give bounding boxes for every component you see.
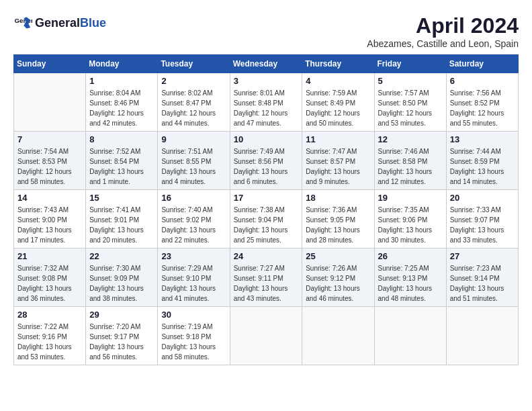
day-number: 13 bbox=[450, 134, 515, 144]
day-info: Sunrise: 7:46 AMSunset: 8:58 PMDaylight:… bbox=[378, 146, 443, 187]
week-row-3: 14Sunrise: 7:43 AMSunset: 9:00 PMDayligh… bbox=[14, 190, 519, 248]
day-number: 18 bbox=[306, 193, 370, 203]
day-info: Sunrise: 7:40 AMSunset: 9:02 PMDaylight:… bbox=[161, 205, 226, 245]
day-number: 19 bbox=[378, 193, 443, 203]
column-header-saturday: Saturday bbox=[446, 55, 518, 73]
day-info: Sunrise: 7:56 AMSunset: 8:52 PMDaylight:… bbox=[450, 88, 515, 128]
calendar-cell: 8Sunrise: 7:52 AMSunset: 8:54 PMDaylight… bbox=[86, 132, 158, 190]
week-row-1: 1Sunrise: 8:04 AMSunset: 8:46 PMDaylight… bbox=[14, 73, 519, 132]
day-info: Sunrise: 7:51 AMSunset: 8:55 PMDaylight:… bbox=[161, 146, 226, 187]
day-info: Sunrise: 7:30 AMSunset: 9:09 PMDaylight:… bbox=[89, 263, 154, 304]
calendar-cell: 15Sunrise: 7:41 AMSunset: 9:01 PMDayligh… bbox=[86, 190, 158, 248]
calendar-cell: 3Sunrise: 8:01 AMSunset: 8:48 PMDaylight… bbox=[230, 73, 302, 132]
calendar-cell: 18Sunrise: 7:36 AMSunset: 9:05 PMDayligh… bbox=[302, 190, 374, 248]
day-info: Sunrise: 7:23 AMSunset: 9:14 PMDaylight:… bbox=[450, 263, 515, 304]
location-subtitle: Abezames, Castille and Leon, Spain bbox=[367, 38, 519, 49]
calendar-table: SundayMondayTuesdayWednesdayThursdayFrid… bbox=[13, 54, 519, 365]
day-info: Sunrise: 7:29 AMSunset: 9:10 PMDaylight:… bbox=[161, 263, 226, 304]
calendar-cell: 10Sunrise: 7:49 AMSunset: 8:56 PMDayligh… bbox=[230, 132, 302, 190]
day-number: 9 bbox=[161, 134, 226, 144]
day-number: 3 bbox=[234, 76, 299, 86]
logo-icon: General bbox=[13, 13, 32, 32]
day-number: 30 bbox=[161, 310, 226, 320]
column-header-thursday: Thursday bbox=[302, 55, 374, 73]
day-number: 15 bbox=[89, 193, 154, 203]
day-info: Sunrise: 7:41 AMSunset: 9:01 PMDaylight:… bbox=[89, 205, 154, 245]
column-header-monday: Monday bbox=[86, 55, 158, 73]
column-header-wednesday: Wednesday bbox=[230, 55, 302, 73]
day-number: 27 bbox=[450, 251, 515, 261]
calendar-cell: 4Sunrise: 7:59 AMSunset: 8:49 PMDaylight… bbox=[302, 73, 374, 132]
day-info: Sunrise: 7:32 AMSunset: 9:08 PMDaylight:… bbox=[17, 263, 82, 304]
day-number: 23 bbox=[161, 251, 226, 261]
day-info: Sunrise: 8:02 AMSunset: 8:47 PMDaylight:… bbox=[161, 88, 226, 128]
day-number: 28 bbox=[17, 310, 82, 320]
calendar-cell: 2Sunrise: 8:02 AMSunset: 8:47 PMDaylight… bbox=[158, 73, 230, 132]
calendar-cell bbox=[230, 307, 302, 365]
calendar-cell: 17Sunrise: 7:38 AMSunset: 9:04 PMDayligh… bbox=[230, 190, 302, 248]
calendar-cell bbox=[446, 307, 518, 365]
day-info: Sunrise: 7:43 AMSunset: 9:00 PMDaylight:… bbox=[17, 205, 82, 245]
calendar-cell: 5Sunrise: 7:57 AMSunset: 8:50 PMDaylight… bbox=[374, 73, 446, 132]
calendar-cell: 11Sunrise: 7:47 AMSunset: 8:57 PMDayligh… bbox=[302, 132, 374, 190]
day-info: Sunrise: 7:25 AMSunset: 9:13 PMDaylight:… bbox=[378, 263, 443, 304]
calendar-cell: 13Sunrise: 7:44 AMSunset: 8:59 PMDayligh… bbox=[446, 132, 518, 190]
day-info: Sunrise: 7:35 AMSunset: 9:06 PMDaylight:… bbox=[378, 205, 443, 245]
day-info: Sunrise: 7:49 AMSunset: 8:56 PMDaylight:… bbox=[234, 146, 299, 187]
week-row-2: 7Sunrise: 7:54 AMSunset: 8:53 PMDaylight… bbox=[14, 132, 519, 190]
calendar-cell bbox=[302, 307, 374, 365]
calendar-cell: 7Sunrise: 7:54 AMSunset: 8:53 PMDaylight… bbox=[14, 132, 86, 190]
day-number: 29 bbox=[89, 310, 154, 320]
day-info: Sunrise: 7:59 AMSunset: 8:49 PMDaylight:… bbox=[306, 88, 370, 128]
day-number: 12 bbox=[378, 134, 443, 144]
day-number: 4 bbox=[306, 76, 370, 86]
day-number: 22 bbox=[89, 251, 154, 261]
day-number: 11 bbox=[306, 134, 370, 144]
logo: General GeneralBlue bbox=[13, 13, 106, 32]
logo-general: General bbox=[35, 16, 80, 30]
calendar-cell: 20Sunrise: 7:33 AMSunset: 9:07 PMDayligh… bbox=[446, 190, 518, 248]
page-header: General GeneralBlue April 2024 Abezames,… bbox=[13, 13, 519, 49]
day-number: 5 bbox=[378, 76, 443, 86]
day-number: 26 bbox=[378, 251, 443, 261]
day-info: Sunrise: 7:33 AMSunset: 9:07 PMDaylight:… bbox=[450, 205, 515, 245]
day-number: 21 bbox=[17, 251, 82, 261]
day-number: 2 bbox=[161, 76, 226, 86]
column-header-tuesday: Tuesday bbox=[158, 55, 230, 73]
day-info: Sunrise: 8:01 AMSunset: 8:48 PMDaylight:… bbox=[234, 88, 299, 128]
calendar-cell: 23Sunrise: 7:29 AMSunset: 9:10 PMDayligh… bbox=[158, 248, 230, 307]
day-number: 6 bbox=[450, 76, 515, 86]
column-header-friday: Friday bbox=[374, 55, 446, 73]
day-number: 10 bbox=[234, 134, 299, 144]
calendar-cell: 30Sunrise: 7:19 AMSunset: 9:18 PMDayligh… bbox=[158, 307, 230, 365]
day-number: 1 bbox=[89, 76, 154, 86]
title-block: April 2024 Abezames, Castille and Leon, … bbox=[367, 13, 519, 49]
logo-text: GeneralBlue bbox=[35, 16, 106, 30]
calendar-cell: 16Sunrise: 7:40 AMSunset: 9:02 PMDayligh… bbox=[158, 190, 230, 248]
calendar-cell: 29Sunrise: 7:20 AMSunset: 9:17 PMDayligh… bbox=[86, 307, 158, 365]
day-info: Sunrise: 7:36 AMSunset: 9:05 PMDaylight:… bbox=[306, 205, 370, 245]
day-number: 20 bbox=[450, 193, 515, 203]
calendar-cell: 26Sunrise: 7:25 AMSunset: 9:13 PMDayligh… bbox=[374, 248, 446, 307]
week-row-5: 28Sunrise: 7:22 AMSunset: 9:16 PMDayligh… bbox=[14, 307, 519, 365]
header-row: SundayMondayTuesdayWednesdayThursdayFrid… bbox=[14, 55, 519, 73]
calendar-cell: 6Sunrise: 7:56 AMSunset: 8:52 PMDaylight… bbox=[446, 73, 518, 132]
day-number: 14 bbox=[17, 193, 82, 203]
day-info: Sunrise: 7:44 AMSunset: 8:59 PMDaylight:… bbox=[450, 146, 515, 187]
column-header-sunday: Sunday bbox=[14, 55, 86, 73]
calendar-cell: 25Sunrise: 7:26 AMSunset: 9:12 PMDayligh… bbox=[302, 248, 374, 307]
day-info: Sunrise: 7:54 AMSunset: 8:53 PMDaylight:… bbox=[17, 146, 82, 187]
calendar-cell: 14Sunrise: 7:43 AMSunset: 9:00 PMDayligh… bbox=[14, 190, 86, 248]
day-info: Sunrise: 8:04 AMSunset: 8:46 PMDaylight:… bbox=[89, 88, 154, 128]
logo-blue: Blue bbox=[80, 16, 106, 30]
calendar-cell: 21Sunrise: 7:32 AMSunset: 9:08 PMDayligh… bbox=[14, 248, 86, 307]
day-info: Sunrise: 7:26 AMSunset: 9:12 PMDaylight:… bbox=[306, 263, 370, 304]
day-info: Sunrise: 7:19 AMSunset: 9:18 PMDaylight:… bbox=[161, 322, 226, 362]
calendar-cell bbox=[374, 307, 446, 365]
day-info: Sunrise: 7:27 AMSunset: 9:11 PMDaylight:… bbox=[234, 263, 299, 304]
day-info: Sunrise: 7:20 AMSunset: 9:17 PMDaylight:… bbox=[89, 322, 154, 362]
day-number: 8 bbox=[89, 134, 154, 144]
day-info: Sunrise: 7:47 AMSunset: 8:57 PMDaylight:… bbox=[306, 146, 370, 187]
calendar-cell: 1Sunrise: 8:04 AMSunset: 8:46 PMDaylight… bbox=[86, 73, 158, 132]
month-title: April 2024 bbox=[367, 13, 519, 38]
